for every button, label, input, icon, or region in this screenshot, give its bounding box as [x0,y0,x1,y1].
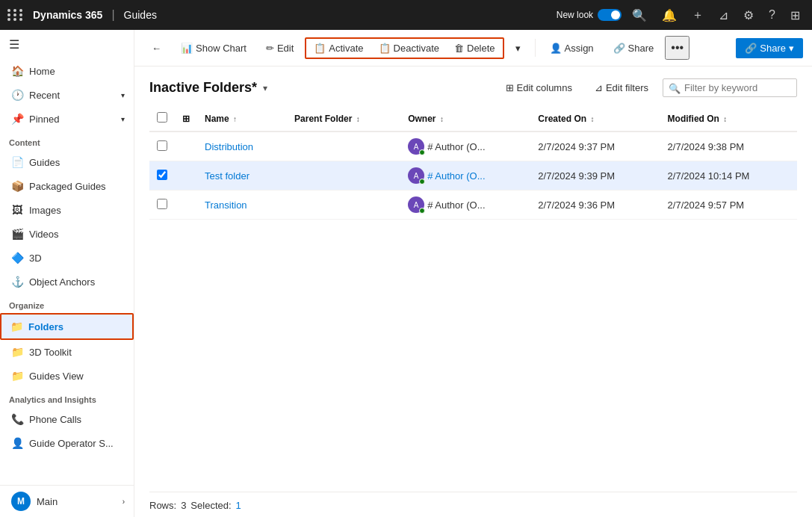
top-nav: Dynamics 365 | Guides New look 🔍 🔔 ＋ ⊿ ⚙… [0,0,812,30]
row1-name-cell: Distribution [197,131,287,161]
more-button[interactable]: ••• [665,36,689,60]
row2-name[interactable]: Test folder [205,170,250,182]
chevron-down-icon: ▾ [121,115,125,123]
sidebar-item-folders[interactable]: 📁 Folders [0,313,134,340]
row2-name-cell: Test folder [197,161,287,191]
back-button[interactable]: ← [143,38,170,58]
filter-input[interactable] [663,78,797,97]
app-launcher-icon[interactable] [7,9,24,21]
row1-owner-cell: A # Author (O... [400,131,530,161]
home-icon: 🏠 [11,65,23,77]
sidebar-item-videos[interactable]: 🎬 Videos [0,222,134,246]
row3-hierarchy [175,191,197,220]
sidebar-item-guides[interactable]: 📄 Guides [0,150,134,174]
help-icon[interactable]: ? [764,8,780,22]
share-toolbar-button[interactable]: 🔗 Share [605,38,663,58]
name-header[interactable]: Name ↑ [197,106,287,131]
gear-icon[interactable]: ⚙ [739,8,758,22]
sidebar-item-guide-operator[interactable]: 👤 Guide Operator S... [0,431,134,455]
show-chart-button[interactable]: 📊 Show Chart [173,38,255,58]
deactivate-label: Deactivate [394,43,439,54]
parent-folder-header[interactable]: Parent Folder ↕ [287,106,400,131]
sidebar-item-packaged-guides[interactable]: 📦 Packaged Guides [0,174,134,198]
sidebar-hamburger[interactable]: ☰ [0,30,134,59]
sidebar-label-3d-toolkit: 3D Toolkit [29,347,72,358]
name-sort-icon: ↑ [233,115,237,123]
share-chevron-icon: ▾ [789,43,794,54]
sidebar-label-images: Images [29,205,61,216]
chevron-down-icon: ▾ [515,43,521,54]
content-area: Inactive Folders* ▾ ⊞ Edit columns ⊿ Edi… [134,66,812,517]
sidebar-item-3d[interactable]: 🔷 3D [0,246,134,270]
more-actions-button[interactable]: ▾ [507,38,529,58]
toolbar: ← 📊 Show Chart ✏ Edit 📋 Activate 📋 Deact… [134,30,812,66]
rows-count: 3 [181,500,186,511]
row3-status-badge [419,208,425,214]
row1-checkbox[interactable] [157,140,167,151]
row3-checkbox[interactable] [157,199,167,209]
content-header: Inactive Folders* ▾ ⊞ Edit columns ⊿ Edi… [149,78,797,97]
main-content: ← 📊 Show Chart ✏ Edit 📋 Activate 📋 Deact… [134,30,812,517]
bell-icon[interactable]: 🔔 [657,8,681,22]
delete-button[interactable]: 🗑 Delete [447,39,503,58]
row2-owner-cell: A # Author (O... [400,161,530,191]
title-chevron-icon[interactable]: ▾ [263,83,267,93]
row1-name[interactable]: Distribution [205,141,253,152]
activate-button[interactable]: 📋 Activate [306,39,371,58]
phone-icon: 📞 [11,413,23,425]
windows-icon[interactable]: ⊞ [786,8,805,22]
row1-created: 2/7/2024 9:37 PM [530,131,660,161]
owner-header-label: Owner [408,114,436,124]
row3-checkbox-cell [149,191,175,220]
sidebar-item-guides-view[interactable]: 📁 Guides View [0,364,134,388]
row3-name[interactable]: Transition [205,199,247,211]
new-look-toggle[interactable] [598,9,622,21]
sidebar-item-phone-calls[interactable]: 📞 Phone Calls [0,407,134,431]
owner-header[interactable]: Owner ↕ [400,106,530,131]
sidebar-item-object-anchors[interactable]: ⚓ Object Anchors [0,270,134,294]
row3-parent [287,191,400,220]
sidebar-label-phone-calls: Phone Calls [29,414,81,425]
assign-icon: 👤 [550,43,562,54]
pin-icon: 📌 [11,113,23,125]
created-on-header[interactable]: Created On ↕ [530,106,660,131]
modified-on-header[interactable]: Modified On ↕ [660,106,797,131]
assign-button[interactable]: 👤 Assign [542,38,602,58]
sidebar-item-pinned[interactable]: 📌 Pinned ▾ [0,107,134,131]
sidebar-item-main[interactable]: M Main › [0,486,134,517]
sidebar-item-home[interactable]: 🏠 Home [0,59,134,83]
new-look-label: New look [557,10,593,20]
sidebar-item-images[interactable]: 🖼 Images [0,198,134,222]
search-icon[interactable]: 🔍 [627,8,651,22]
sidebar-label-home: Home [29,66,55,77]
filter-icon[interactable]: ⊿ [714,8,733,22]
row3-modified: 2/7/2024 9:57 PM [660,191,797,220]
edit-columns-button[interactable]: ⊞ Edit columns [498,78,580,97]
app-name[interactable]: Guides [124,9,157,21]
section-analytics: Analytics and Insights [0,388,134,407]
action-group: 📋 Activate 📋 Deactivate 🗑 Delete [305,37,503,59]
sidebar-item-recent[interactable]: 🕐 Recent ▾ [0,83,134,107]
sidebar-item-3d-toolkit[interactable]: 📁 3D Toolkit [0,340,134,364]
name-header-label: Name [205,114,229,124]
folder-icon: 📁 [10,321,22,332]
plus-icon[interactable]: ＋ [687,7,708,23]
row2-created: 2/7/2024 9:39 PM [530,161,660,191]
deactivate-button[interactable]: 📋 Deactivate [371,39,447,58]
select-all-checkbox[interactable] [157,112,167,123]
edit-button[interactable]: ✏ Edit [258,38,302,58]
edit-icon: ✏ [266,43,274,54]
row3-avatar-initial: A [414,201,419,209]
anchor-icon: ⚓ [11,276,23,288]
row2-owner-name[interactable]: # Author (O... [427,170,485,182]
edit-filters-label: Edit filters [606,82,648,93]
row2-checkbox[interactable] [157,170,167,180]
sidebar-label-object-anchors: Object Anchors [29,276,95,288]
share-primary-button[interactable]: 🔗 Share ▾ [736,38,803,58]
edit-columns-label: Edit columns [517,82,572,93]
edit-filters-button[interactable]: ⊿ Edit filters [586,78,657,97]
owner-sort-icon: ↕ [440,115,444,123]
selected-count: 1 [236,500,241,511]
parent-folder-header-label: Parent Folder [294,114,352,124]
content-footer: Rows: 3 Selected: 1 [149,492,797,517]
